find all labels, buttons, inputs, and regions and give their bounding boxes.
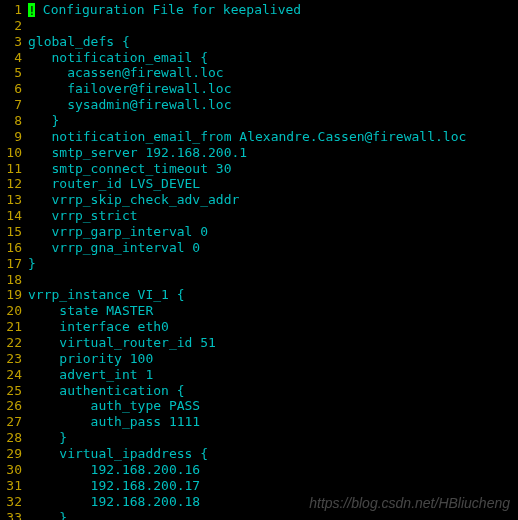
line-number: 19 (0, 287, 22, 303)
code-line[interactable]: smtp_connect_timeout 30 (28, 161, 518, 177)
line-number: 12 (0, 176, 22, 192)
line-number: 32 (0, 494, 22, 510)
code-editor[interactable]: 1234567891011121314151617181920212223242… (0, 0, 518, 520)
code-line[interactable]: advert_int 1 (28, 367, 518, 383)
line-number: 21 (0, 319, 22, 335)
line-number: 4 (0, 50, 22, 66)
line-number: 31 (0, 478, 22, 494)
code-line[interactable]: sysadmin@firewall.loc (28, 97, 518, 113)
code-line[interactable]: auth_pass 1111 (28, 414, 518, 430)
line-number: 7 (0, 97, 22, 113)
code-line[interactable]: smtp_server 192.168.200.1 (28, 145, 518, 161)
code-line[interactable]: interface eth0 (28, 319, 518, 335)
code-line[interactable]: } (28, 113, 518, 129)
line-number: 9 (0, 129, 22, 145)
code-line[interactable]: global_defs { (28, 34, 518, 50)
line-number: 29 (0, 446, 22, 462)
text-cursor: ! (28, 3, 35, 17)
line-number: 1 (0, 2, 22, 18)
code-line[interactable]: acassen@firewall.loc (28, 65, 518, 81)
line-number: 10 (0, 145, 22, 161)
code-line[interactable]: priority 100 (28, 351, 518, 367)
line-number: 22 (0, 335, 22, 351)
line-number: 6 (0, 81, 22, 97)
code-line[interactable]: state MASTER (28, 303, 518, 319)
code-line[interactable]: } (28, 430, 518, 446)
code-line[interactable]: vrrp_garp_interval 0 (28, 224, 518, 240)
code-line[interactable] (28, 272, 518, 288)
code-line[interactable]: virtual_ipaddress { (28, 446, 518, 462)
line-number: 2 (0, 18, 22, 34)
line-number: 24 (0, 367, 22, 383)
line-number: 30 (0, 462, 22, 478)
line-number: 5 (0, 65, 22, 81)
code-line[interactable]: virtual_router_id 51 (28, 335, 518, 351)
code-area[interactable]: ! Configuration File for keepalived glob… (28, 2, 518, 520)
line-number: 27 (0, 414, 22, 430)
line-number: 25 (0, 383, 22, 399)
code-line[interactable]: notification_email { (28, 50, 518, 66)
line-number: 28 (0, 430, 22, 446)
line-number: 16 (0, 240, 22, 256)
line-number: 3 (0, 34, 22, 50)
code-line[interactable]: authentication { (28, 383, 518, 399)
line-number-gutter: 1234567891011121314151617181920212223242… (0, 2, 28, 520)
code-line[interactable]: 192.168.200.16 (28, 462, 518, 478)
line-number: 13 (0, 192, 22, 208)
code-line[interactable]: } (28, 256, 518, 272)
code-line[interactable]: notification_email_from Alexandre.Cassen… (28, 129, 518, 145)
code-line[interactable]: vrrp_strict (28, 208, 518, 224)
line-number: 20 (0, 303, 22, 319)
line-number: 15 (0, 224, 22, 240)
code-line[interactable] (28, 18, 518, 34)
line-number: 33 (0, 510, 22, 521)
code-line[interactable]: 192.168.200.17 (28, 478, 518, 494)
line-number: 26 (0, 398, 22, 414)
line-number: 8 (0, 113, 22, 129)
code-line[interactable]: vrrp_instance VI_1 { (28, 287, 518, 303)
watermark-text: https://blog.csdn.net/HBliucheng (309, 495, 510, 512)
line-number: 17 (0, 256, 22, 272)
line-number: 14 (0, 208, 22, 224)
code-text: Configuration File for keepalived (35, 2, 301, 17)
line-number: 23 (0, 351, 22, 367)
code-line[interactable]: router_id LVS_DEVEL (28, 176, 518, 192)
code-line[interactable]: vrrp_gna_interval 0 (28, 240, 518, 256)
code-line[interactable]: ! Configuration File for keepalived (28, 2, 518, 18)
line-number: 11 (0, 161, 22, 177)
code-line[interactable]: vrrp_skip_check_adv_addr (28, 192, 518, 208)
line-number: 18 (0, 272, 22, 288)
code-line[interactable]: failover@firewall.loc (28, 81, 518, 97)
code-line[interactable]: auth_type PASS (28, 398, 518, 414)
